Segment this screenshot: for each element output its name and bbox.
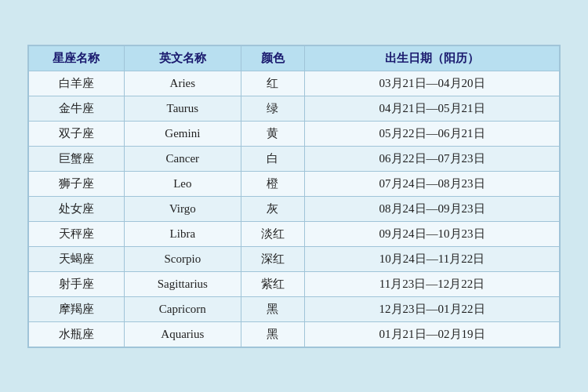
table-row: 处女座Virgo灰08月24日—09月23日 xyxy=(29,196,560,221)
header-date-range: 出生日期（阳历） xyxy=(305,45,560,71)
zodiac-table-container: 星座名称 英文名称 颜色 出生日期（阳历） 白羊座Aries红03月21日—04… xyxy=(27,45,561,348)
table-row: 摩羯座Capricorn黑12月23日—01月22日 xyxy=(29,296,560,321)
cell-date-range: 06月22日—07月23日 xyxy=(305,146,560,171)
table-row: 射手座Sagittarius紫红11月23日—12月22日 xyxy=(29,271,560,296)
table-row: 天蝎座Scorpio深红10月24日—11月22日 xyxy=(29,246,560,271)
zodiac-table: 星座名称 英文名称 颜色 出生日期（阳历） 白羊座Aries红03月21日—04… xyxy=(28,45,560,347)
header-en-name: 英文名称 xyxy=(124,45,241,71)
cell-color: 灰 xyxy=(241,196,304,221)
cell-en-name: Capricorn xyxy=(124,296,241,321)
cell-zh-name: 天蝎座 xyxy=(29,246,125,271)
cell-en-name: Leo xyxy=(124,171,241,196)
cell-date-range: 10月24日—11月22日 xyxy=(305,246,560,271)
cell-zh-name: 狮子座 xyxy=(29,171,125,196)
cell-date-range: 07月24日—08月23日 xyxy=(305,171,560,196)
cell-en-name: Aquarius xyxy=(124,321,241,347)
cell-color: 白 xyxy=(241,146,304,171)
cell-zh-name: 巨蟹座 xyxy=(29,146,125,171)
cell-en-name: Taurus xyxy=(124,96,241,121)
cell-en-name: Aries xyxy=(124,71,241,96)
cell-color: 红 xyxy=(241,71,304,96)
cell-zh-name: 摩羯座 xyxy=(29,296,125,321)
cell-en-name: Cancer xyxy=(124,146,241,171)
table-row: 金牛座Taurus绿04月21日—05月21日 xyxy=(29,96,560,121)
cell-color: 淡红 xyxy=(241,221,304,246)
cell-zh-name: 白羊座 xyxy=(29,71,125,96)
cell-zh-name: 射手座 xyxy=(29,271,125,296)
cell-color: 黑 xyxy=(241,296,304,321)
table-row: 白羊座Aries红03月21日—04月20日 xyxy=(29,71,560,96)
header-zh-name: 星座名称 xyxy=(29,45,125,71)
cell-date-range: 12月23日—01月22日 xyxy=(305,296,560,321)
cell-date-range: 04月21日—05月21日 xyxy=(305,96,560,121)
cell-zh-name: 处女座 xyxy=(29,196,125,221)
cell-color: 黑 xyxy=(241,321,304,347)
cell-color: 深红 xyxy=(241,246,304,271)
cell-color: 黄 xyxy=(241,121,304,146)
table-row: 水瓶座Aquarius黑01月21日—02月19日 xyxy=(29,321,560,347)
cell-en-name: Libra xyxy=(124,221,241,246)
cell-date-range: 01月21日—02月19日 xyxy=(305,321,560,347)
cell-en-name: Virgo xyxy=(124,196,241,221)
cell-date-range: 11月23日—12月22日 xyxy=(305,271,560,296)
cell-color: 橙 xyxy=(241,171,304,196)
cell-en-name: Sagittarius xyxy=(124,271,241,296)
cell-zh-name: 水瓶座 xyxy=(29,321,125,347)
table-row: 双子座Gemini黄05月22日—06月21日 xyxy=(29,121,560,146)
cell-zh-name: 金牛座 xyxy=(29,96,125,121)
cell-date-range: 09月24日—10月23日 xyxy=(305,221,560,246)
cell-zh-name: 双子座 xyxy=(29,121,125,146)
cell-color: 绿 xyxy=(241,96,304,121)
cell-en-name: Gemini xyxy=(124,121,241,146)
table-header-row: 星座名称 英文名称 颜色 出生日期（阳历） xyxy=(29,45,560,71)
cell-zh-name: 天秤座 xyxy=(29,221,125,246)
cell-date-range: 03月21日—04月20日 xyxy=(305,71,560,96)
cell-date-range: 08月24日—09月23日 xyxy=(305,196,560,221)
cell-en-name: Scorpio xyxy=(124,246,241,271)
table-row: 狮子座Leo橙07月24日—08月23日 xyxy=(29,171,560,196)
table-row: 巨蟹座Cancer白06月22日—07月23日 xyxy=(29,146,560,171)
table-row: 天秤座Libra淡红09月24日—10月23日 xyxy=(29,221,560,246)
header-color: 颜色 xyxy=(241,45,304,71)
cell-date-range: 05月22日—06月21日 xyxy=(305,121,560,146)
cell-color: 紫红 xyxy=(241,271,304,296)
